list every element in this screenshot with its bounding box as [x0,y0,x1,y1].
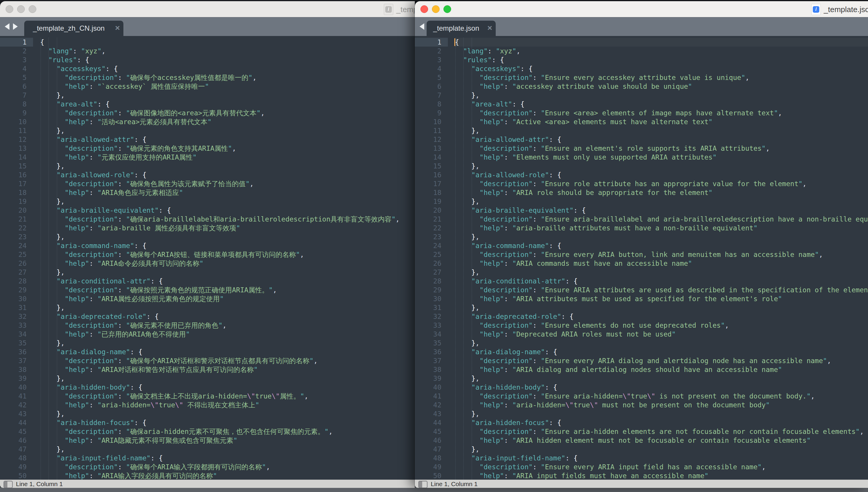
code-line[interactable]: "description": "Ensure aria-braillelabel… [455,215,868,224]
code-line[interactable]: "lang": "xyz", [40,47,415,55]
code-line[interactable]: "lang": "xyz", [455,47,868,55]
code-line[interactable]: "description": "确保aria-braillelabel和aria… [40,215,415,224]
code-line[interactable]: }, [40,197,415,206]
code-line[interactable]: "area-alt": { [40,100,415,108]
code-line[interactable]: }, [455,268,868,277]
code-line[interactable]: "description": "确保aria-hidden元素不可聚焦，也不包含… [40,427,415,436]
code-line[interactable]: "description": "确保角色属性为该元素赋予了恰当的值", [40,179,415,188]
minimize-window-button[interactable] [432,5,440,13]
code-line[interactable]: "description": "确保元素不使用已弃用的角色", [40,321,415,330]
code-line[interactable]: }, [455,197,868,206]
code-line[interactable]: "help": "aria-braille 属性必须具有非盲文等效项" [40,224,415,232]
code-line[interactable]: "description": "确保每个ARIA输入字段都拥有可访问的名称", [40,463,415,471]
tab-template-zh-cn-json[interactable]: _template_zh_CN.json × [24,21,123,36]
code-line[interactable]: "description": "Ensure aria-hidden eleme… [455,427,868,436]
zoom-window-button[interactable] [29,5,36,13]
code-line[interactable]: "aria-hidden-body": { [40,383,415,392]
code-line[interactable]: "aria-conditional-attr": { [455,277,868,286]
code-line[interactable]: }, [455,410,868,418]
code-line[interactable]: }, [455,162,868,171]
code-line[interactable]: { [455,38,868,47]
code-line[interactable]: "description": "确保按照元素角色的规范正确使用ARIA属性。", [40,286,415,294]
titlebar-left[interactable]: / _template_zh_CN.json [0,1,415,17]
code-line[interactable]: "description": "Ensure every ARIA button… [455,250,868,259]
code-line[interactable]: "description": "确保元素的角色支持其ARIA属性", [40,144,415,153]
code-line[interactable]: "aria-hidden-focus": { [40,418,415,427]
code-line[interactable]: "description": "Ensure an element's role… [455,144,868,153]
code-line[interactable]: "help": "`accesskey` 属性值应保持唯一" [40,82,415,91]
tab-scroll-left-icon[interactable] [420,23,424,30]
code-area[interactable]: { "lang": "xyz", "rules": { "accesskeys"… [40,38,415,480]
close-tab-icon[interactable]: × [488,21,492,36]
code-line[interactable]: }, [455,374,868,383]
code-line[interactable]: "description": "Ensure every ARIA dialog… [455,356,868,365]
code-line[interactable]: "aria-braille-equivalent": { [40,206,415,215]
code-line[interactable]: "description": "Ensure ARIA attributes a… [455,286,868,294]
code-line[interactable]: "rules": { [40,55,415,64]
code-line[interactable]: }, [40,268,415,277]
code-line[interactable]: "help": "aria-braille attributes must ha… [455,224,868,232]
code-line[interactable]: "aria-dialog-name": { [40,347,415,356]
code-line[interactable]: "help": "ARIA命令必须具有可访问的名称" [40,259,415,268]
code-line[interactable]: "aria-allowed-attr": { [455,135,868,144]
tab-template-json[interactable]: _template.json × [427,21,496,36]
code-line[interactable]: "description": "确保每个accesskey属性值都是唯一的", [40,73,415,82]
code-line[interactable]: "aria-input-field-name": { [455,454,868,463]
code-line[interactable]: "help": "ARIA role should be appropriate… [455,188,868,197]
code-line[interactable]: "help": "Active <area> elements must hav… [455,117,868,126]
code-line[interactable]: "aria-braille-equivalent": { [455,206,868,215]
code-line[interactable]: "help": "ARIA输入字段必须具有可访问的名称" [40,471,415,480]
code-line[interactable]: "accesskeys": { [40,64,415,73]
code-line[interactable]: "description": "Ensure every ARIA input … [455,463,868,471]
code-line[interactable]: "description": "Ensure aria-hidden=\"tru… [455,392,868,400]
code-line[interactable]: "help": "ARIA attributes must be used as… [455,294,868,303]
code-line[interactable]: "aria-input-field-name": { [40,454,415,463]
code-line[interactable]: "help": "ARIA对话框和警告对话框节点应具有可访问的名称" [40,365,415,374]
code-line[interactable]: "help": "ARIA dialog and alertdialog nod… [455,365,868,374]
code-line[interactable]: }, [40,410,415,418]
code-line[interactable]: "aria-hidden-body": { [455,383,868,392]
code-line[interactable]: "aria-conditional-attr": { [40,277,415,286]
code-line[interactable]: "help": "Elements must only use supporte… [455,153,868,162]
code-editor-zh-cn[interactable]: 1234567891011121314151617181920212223242… [0,36,415,479]
tab-scroll-left-icon[interactable] [5,23,9,30]
code-line[interactable]: "help": "ARIA隐藏元素不得可聚焦或包含可聚焦元素" [40,436,415,445]
code-line[interactable]: "description": "Ensure elements do not u… [455,321,868,330]
titlebar-right[interactable]: / _template.json [415,1,868,17]
code-line[interactable]: "help": "ARIA角色应与元素相适应" [40,188,415,197]
code-line[interactable]: }, [455,232,868,241]
code-line[interactable]: }, [40,162,415,171]
code-line[interactable]: "aria-allowed-role": { [40,171,415,179]
code-line[interactable]: "rules": { [455,55,868,64]
code-line[interactable]: "help": "ARIA hidden element must not be… [455,436,868,445]
minimize-window-button[interactable] [17,5,25,13]
code-line[interactable]: }, [455,303,868,312]
code-line[interactable]: "area-alt": { [455,100,868,108]
code-line[interactable]: }, [40,126,415,135]
code-line[interactable]: "description": "确保每个ARIA按钮、链接和菜单项都具有可访问的… [40,250,415,259]
code-line[interactable]: }, [40,445,415,454]
code-line[interactable]: "description": "确保文档主体上不出现aria-hidden=\"… [40,392,415,400]
code-line[interactable]: "aria-hidden-focus": { [455,418,868,427]
code-line[interactable]: "aria-allowed-attr": { [40,135,415,144]
code-line[interactable]: }, [455,91,868,100]
code-editor-en[interactable]: 1234567891011121314151617181920212223242… [415,36,868,479]
code-line[interactable]: }, [40,91,415,100]
code-line[interactable]: "help": "ARIA input fields must have an … [455,471,868,480]
code-line[interactable]: }, [455,126,868,135]
code-line[interactable]: }, [455,339,868,347]
code-line[interactable]: "help": "元素仅应使用支持的ARIA属性" [40,153,415,162]
code-line[interactable]: "description": "Ensure every accesskey a… [455,73,868,82]
code-line[interactable]: "help": "accesskey attribute value shoul… [455,82,868,91]
code-line[interactable]: }, [40,339,415,347]
code-line[interactable]: "accesskeys": { [455,64,868,73]
code-line[interactable]: "help": "ARIA commands must have an acce… [455,259,868,268]
code-line[interactable]: "description": "Ensure role attribute ha… [455,179,868,188]
code-area[interactable]: { "lang": "xyz", "rules": { "accesskeys"… [455,38,868,480]
code-line[interactable]: }, [455,445,868,454]
code-line[interactable]: }, [40,374,415,383]
code-line[interactable]: "help": "aria-hidden=\"true\" 不得出现在文档主体上… [40,400,415,410]
zoom-window-button[interactable] [443,5,451,13]
code-line[interactable]: "description": "Ensure <area> elements o… [455,108,868,117]
code-line[interactable]: }, [40,303,415,312]
